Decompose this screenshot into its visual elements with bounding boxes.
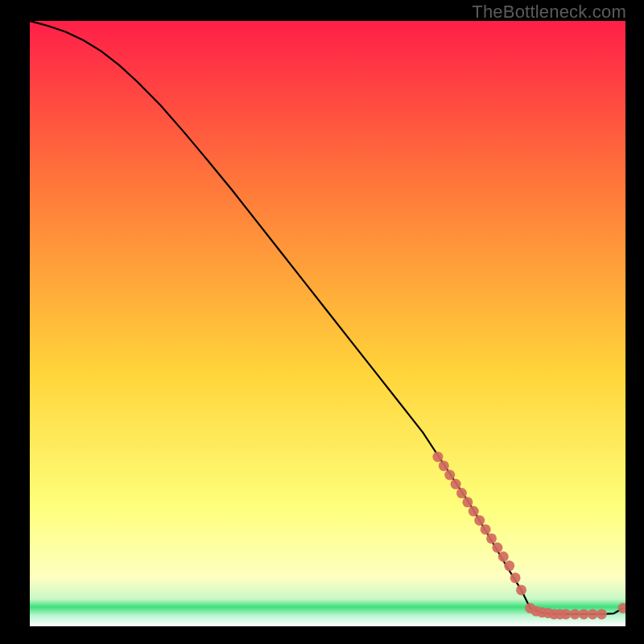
- marker-point: [510, 572, 521, 583]
- marker-point: [597, 609, 607, 619]
- marker-point: [451, 479, 461, 489]
- marker-point: [444, 470, 455, 481]
- marker-point: [561, 609, 572, 619]
- watermark-label: TheBottleneck.com: [472, 2, 626, 23]
- plot-area: [30, 21, 625, 626]
- marker-point: [504, 560, 514, 571]
- marker-point: [570, 609, 580, 619]
- marker-point: [498, 551, 509, 562]
- marker-point: [474, 515, 485, 526]
- marker-point: [469, 506, 479, 517]
- marker-point: [439, 460, 449, 471]
- marker-point: [481, 524, 491, 535]
- gradient-background: [30, 21, 625, 626]
- chart-svg: [30, 21, 625, 626]
- marker-point: [492, 543, 502, 553]
- marker-point: [588, 609, 598, 619]
- chart-frame: TheBottleneck.com: [0, 0, 644, 644]
- marker-point: [579, 609, 589, 619]
- marker-point: [432, 452, 443, 462]
- marker-point: [486, 533, 497, 543]
- marker-point: [456, 488, 467, 498]
- marker-point: [462, 497, 473, 507]
- marker-point: [516, 584, 526, 595]
